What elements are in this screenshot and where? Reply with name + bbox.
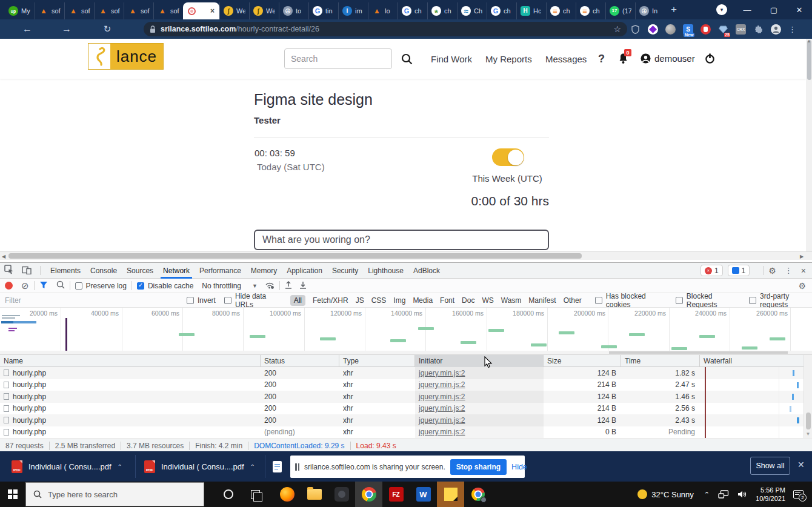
- new-tab-button[interactable]: +: [671, 4, 677, 16]
- browser-tab[interactable]: ch: [487, 2, 516, 19]
- window-close-button[interactable]: ✕: [790, 0, 808, 19]
- hide-data-urls-checkbox[interactable]: [224, 297, 231, 304]
- action-center-button[interactable]: 2: [789, 482, 812, 507]
- browser-tab[interactable]: ch: [398, 2, 427, 19]
- export-har-icon[interactable]: [299, 281, 307, 291]
- filter-type-ws[interactable]: WS: [482, 296, 493, 305]
- devtools-settings-gear-icon[interactable]: ⚙: [768, 266, 776, 276]
- table-vertical-scrollbar[interactable]: ▼: [804, 355, 812, 438]
- network-request-row[interactable]: hourly.php 200 xhr jquery.min.js:2 214 B…: [0, 403, 812, 415]
- browser-tab-active[interactable]: ×: [183, 2, 219, 19]
- devtools-tab-performance[interactable]: Performance: [195, 263, 246, 279]
- page-vertical-scrollbar[interactable]: ▲: [806, 39, 812, 251]
- taskbar-word-icon[interactable]: W: [410, 482, 437, 507]
- download-chevron-icon[interactable]: ⌃: [118, 463, 122, 470]
- console-errors-badge[interactable]: ×1: [701, 265, 723, 276]
- download-item[interactable]: PDF Individual ( Consu....pdf ⌃: [144, 451, 255, 482]
- site-search-icon[interactable]: [401, 53, 413, 67]
- browser-tab[interactable]: tin: [308, 2, 338, 19]
- browser-menu-kebab-icon[interactable]: ⋮: [788, 25, 796, 34]
- browser-tab[interactable]: sof: [153, 2, 183, 19]
- timer-toggle[interactable]: [492, 148, 524, 166]
- browser-tab[interactable]: sof: [35, 2, 64, 19]
- show-all-downloads-button[interactable]: Show all: [750, 457, 790, 475]
- nav-messages[interactable]: Messages: [545, 39, 587, 79]
- browser-tab[interactable]: im: [338, 2, 368, 19]
- inspect-element-icon[interactable]: [0, 265, 18, 276]
- scroll-down-arrow-icon[interactable]: ▼: [804, 431, 812, 437]
- browser-avatar-icon[interactable]: [771, 24, 781, 35]
- devtools-tab-adblock[interactable]: AdBlock: [408, 263, 445, 279]
- search-network-icon[interactable]: [56, 280, 65, 291]
- devtools-tab-sources[interactable]: Sources: [122, 263, 158, 279]
- hand-blocker-extension-icon[interactable]: [701, 24, 711, 35]
- devtools-tab-application[interactable]: Application: [282, 263, 327, 279]
- network-request-row[interactable]: hourly.php (pending) xhr jquery.min.js:2…: [0, 426, 812, 439]
- device-toolbar-icon[interactable]: [18, 265, 35, 276]
- scroll-up-arrow-icon[interactable]: ▲: [806, 39, 812, 43]
- taskbar-chrome-icon-active[interactable]: [355, 482, 382, 507]
- scrollbar-thumb[interactable]: [807, 40, 811, 80]
- network-conditions-icon[interactable]: [265, 281, 275, 291]
- scroll-right-arrow-icon[interactable]: ▶: [800, 254, 804, 259]
- browser-tab[interactable]: (17: [605, 2, 635, 19]
- import-har-icon[interactable]: [285, 281, 292, 291]
- download-item[interactable]: PDF Individual ( Consu....pdf ⌃: [12, 451, 122, 482]
- preserve-log-checkbox[interactable]: [75, 282, 82, 290]
- browser-tab[interactable]: to: [279, 2, 308, 19]
- crx-extension-icon[interactable]: CRX: [736, 24, 746, 35]
- logout-power-icon[interactable]: [705, 53, 715, 66]
- timeline-selection-line[interactable]: [65, 318, 67, 351]
- devtools-tab-console[interactable]: Console: [85, 263, 122, 279]
- filter-type-wasm[interactable]: Wasm: [501, 296, 522, 305]
- browser-tab[interactable]: sof: [124, 2, 153, 19]
- srilance-logo[interactable]: lance: [88, 43, 164, 70]
- taskbar-chrome-profile-icon[interactable]: [464, 482, 491, 507]
- taskbar-firefox-icon[interactable]: [273, 482, 301, 507]
- request-initiator-link[interactable]: jquery.min.js:2: [419, 380, 465, 389]
- blocked-requests-checkbox[interactable]: [676, 297, 683, 304]
- network-request-row[interactable]: hourly.php 200 xhr jquery.min.js:2 124 B…: [0, 414, 812, 426]
- clear-network-log-icon[interactable]: ⊘: [21, 280, 29, 291]
- browser-tab[interactable]: sof: [64, 2, 94, 19]
- browser-tab[interactable]: ch: [576, 2, 605, 19]
- browser-tab[interactable]: lo: [368, 2, 398, 19]
- console-messages-badge[interactable]: 1: [728, 265, 750, 276]
- network-request-row[interactable]: hourly.php 200 xhr jquery.min.js:2 124 B…: [0, 391, 812, 403]
- filter-type-media[interactable]: Media: [413, 296, 433, 305]
- third-party-requests-checkbox[interactable]: [749, 297, 756, 304]
- filter-type-other[interactable]: Other: [564, 296, 582, 305]
- scrollbar-thumb[interactable]: [806, 413, 811, 429]
- throttling-dropdown-arrow-icon[interactable]: ▼: [252, 283, 258, 289]
- weather-text[interactable]: 32°C Sunny: [651, 490, 700, 499]
- request-initiator-link[interactable]: jquery.min.js:2: [419, 393, 465, 401]
- devtools-tab-lighthouse[interactable]: Lighthouse: [363, 263, 408, 279]
- memo-input[interactable]: [254, 230, 549, 250]
- volume-icon[interactable]: [733, 482, 752, 507]
- devtools-menu-kebab-icon[interactable]: ⋮: [785, 266, 793, 275]
- timeline-scrollbar[interactable]: [0, 351, 812, 355]
- browser-tab[interactable]: In: [635, 2, 665, 19]
- column-header-initiator[interactable]: Initiator: [415, 355, 544, 367]
- filter-type-font[interactable]: Font: [440, 296, 454, 305]
- nav-my-reports[interactable]: My Reports: [485, 39, 532, 79]
- taskbar-clock[interactable]: 5:56 PM 10/9/2021: [752, 486, 789, 503]
- browser-tab[interactable]: We: [249, 2, 279, 19]
- column-header-time[interactable]: Time: [621, 355, 700, 367]
- download-item[interactable]: [273, 451, 282, 482]
- taskbar-search-input[interactable]: [48, 490, 187, 499]
- scrollbar-thumb[interactable]: [8, 253, 582, 259]
- back-button-icon[interactable]: ←: [18, 19, 36, 39]
- start-button[interactable]: [0, 482, 25, 507]
- forward-button-icon[interactable]: →: [58, 19, 76, 39]
- filter-type-css[interactable]: CSS: [371, 296, 387, 305]
- address-bar[interactable]: srilance.softileo.com/hourly-contract-de…: [144, 22, 627, 36]
- devtools-tab-memory[interactable]: Memory: [246, 263, 282, 279]
- puzzle-extensions-menu-icon[interactable]: [753, 24, 764, 35]
- window-minimize-button[interactable]: —: [738, 0, 756, 19]
- weather-sun-icon[interactable]: [633, 482, 651, 507]
- download-chevron-icon[interactable]: ⌃: [250, 463, 255, 470]
- filter-funnel-icon[interactable]: [39, 281, 48, 291]
- taskbar-filezilla-icon[interactable]: FZ: [382, 482, 410, 507]
- taskbar-sticky-notes-icon-active[interactable]: [437, 482, 464, 507]
